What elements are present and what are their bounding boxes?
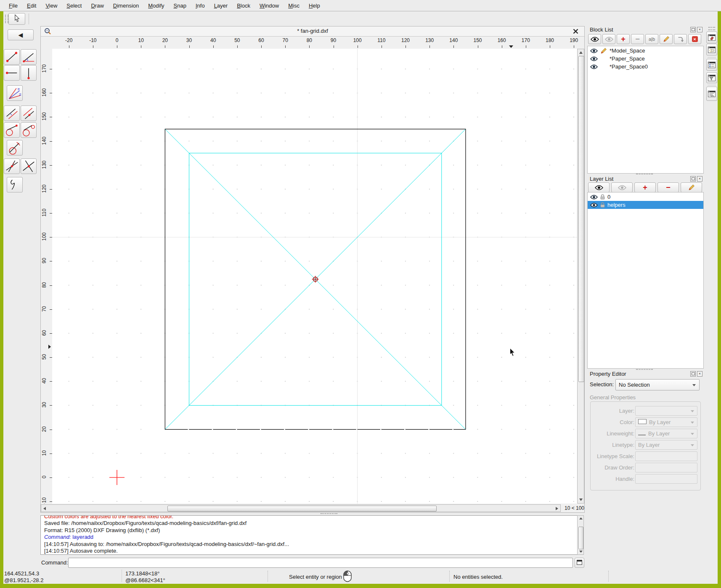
toggle-selection-filter-panel[interactable]	[706, 72, 717, 83]
menu-window[interactable]: Window	[255, 0, 284, 11]
lock-icon[interactable]	[600, 194, 605, 200]
scroll-left-icon[interactable]	[43, 507, 46, 510]
tool-angle-bisector[interactable]: ==	[7, 85, 23, 101]
menu-file[interactable]: File	[4, 0, 22, 11]
float-panel-button[interactable]	[690, 176, 696, 182]
command-history[interactable]: Custom colors are adjusted to the neares…	[40, 515, 584, 555]
visibility-eye-icon[interactable]	[590, 64, 598, 69]
log-scroll-up-icon[interactable]	[579, 517, 583, 519]
visibility-eye-icon[interactable]	[590, 48, 598, 53]
command-history-toggle-button[interactable]	[575, 558, 584, 568]
menu-dimension[interactable]: Dimension	[109, 0, 143, 11]
close-panel-button[interactable]: ×	[697, 176, 702, 182]
log-vertical-scrollbar[interactable]	[577, 515, 584, 555]
visibility-eye-icon[interactable]	[590, 203, 598, 208]
property-input[interactable]	[635, 474, 697, 484]
drawing-canvas[interactable]	[52, 49, 577, 504]
visibility-eye-icon[interactable]	[590, 195, 598, 200]
selection-combobox[interactable]: No Selection	[615, 379, 700, 390]
insert-block-arrow[interactable]	[674, 34, 687, 44]
tool-tangent-from-point-to-circle[interactable]	[4, 122, 20, 138]
menu-modify[interactable]: Modify	[143, 0, 169, 11]
menu-edit[interactable]: Edit	[22, 0, 41, 11]
tool-tangent-between-two-circles[interactable]	[21, 122, 37, 138]
property-combobox[interactable]	[635, 406, 697, 416]
visibility-eye-icon[interactable]	[590, 56, 598, 61]
block-list[interactable]: *Model_Space*Paper_Space*Paper_Space0	[587, 46, 704, 174]
log-line: Command: layeradd	[44, 534, 583, 541]
menu-draw[interactable]: Draw	[86, 0, 108, 11]
canvas-horizontal-scrollbar[interactable]	[41, 504, 561, 512]
remove-layer-minus[interactable]: −	[657, 182, 679, 192]
menu-block[interactable]: Block	[232, 0, 255, 11]
show-all-blocks-eye[interactable]	[588, 34, 601, 44]
menu-select[interactable]: Select	[62, 0, 86, 11]
property-combobox[interactable]: By Layer	[635, 429, 697, 438]
property-combobox[interactable]: By Layer	[635, 417, 697, 427]
vruler-label: 40	[41, 372, 47, 389]
hide-all-blocks-eye[interactable]	[602, 34, 615, 44]
command-input[interactable]	[68, 558, 573, 568]
tool-parallel-line-through-point[interactable]	[21, 105, 37, 121]
layer-row[interactable]: 0	[588, 193, 703, 201]
block-list-panel: Block List × +−a|b× *Model_Space*Paper_S…	[587, 26, 704, 174]
show-all-layers-eye[interactable]	[588, 182, 610, 192]
menu-help[interactable]: Help	[304, 0, 325, 11]
menu-view[interactable]: View	[41, 0, 62, 11]
property-input[interactable]	[635, 451, 697, 461]
edit-layer-pencil[interactable]	[681, 182, 702, 192]
tool-parallel-line-with-distance[interactable]	[4, 105, 20, 121]
hruler-tick	[502, 45, 502, 48]
menu-info[interactable]: Info	[191, 0, 209, 11]
close-panel-button[interactable]: ×	[697, 27, 702, 32]
tool-orthogonal-tangent[interactable]	[7, 140, 23, 156]
add-layer-plus[interactable]: +	[634, 182, 656, 192]
block-row[interactable]: *Paper_Space0	[588, 63, 703, 71]
back-button[interactable]: ◀	[8, 29, 34, 40]
close-drawing-button[interactable]	[573, 29, 578, 35]
log-scroll-down-icon[interactable]	[579, 551, 583, 553]
right-strip-grip[interactable]	[708, 27, 715, 30]
scroll-right-icon[interactable]	[556, 507, 558, 510]
property-input[interactable]	[635, 463, 697, 472]
tool-horizontal-line[interactable]	[4, 65, 20, 81]
edit-block-pencil[interactable]	[660, 34, 673, 44]
drawing-window-titlebar[interactable]: * fan-grid.dxf	[41, 26, 584, 37]
tool-orthogonal-line[interactable]	[21, 158, 37, 174]
hruler-label: 110	[377, 37, 385, 43]
close-panel-button[interactable]: ×	[697, 371, 702, 377]
add-block-plus[interactable]: +	[617, 34, 630, 44]
float-panel-button[interactable]	[690, 27, 696, 32]
purge-unused-blocks-x[interactable]: ×	[688, 34, 701, 44]
float-panel-button[interactable]	[690, 371, 696, 377]
tool-line-from-angle[interactable]	[21, 49, 37, 65]
select-tool-button[interactable]	[8, 13, 25, 25]
toggle-library-browser-panel[interactable]	[706, 44, 717, 55]
property-combobox[interactable]: By Layer	[635, 440, 697, 450]
layer-list[interactable]: 0helpers	[587, 192, 704, 369]
menu-snap[interactable]: Snap	[169, 0, 191, 11]
hide-all-layers-eye[interactable]	[611, 182, 633, 192]
horizontal-scroll-thumb[interactable]	[167, 506, 437, 512]
canvas-vertical-scrollbar[interactable]	[577, 49, 584, 504]
tool-line-from-two-points[interactable]	[4, 49, 20, 65]
rename-block-ab[interactable]: a|b	[645, 34, 658, 44]
block-row[interactable]: *Paper_Space	[588, 55, 703, 63]
scroll-down-icon[interactable]	[579, 498, 583, 501]
scroll-up-icon[interactable]	[579, 51, 583, 54]
toggle-block-list-panel[interactable]	[706, 32, 717, 43]
remove-block-minus[interactable]: −	[631, 34, 644, 44]
layer-row[interactable]: helpers	[588, 201, 703, 209]
tool-line-at-relative-angle[interactable]	[4, 158, 20, 174]
lock-icon[interactable]	[600, 202, 605, 208]
menu-misc[interactable]: Misc	[284, 0, 304, 11]
tool-freehand-line[interactable]	[7, 177, 23, 192]
log-scroll-thumb[interactable]	[578, 527, 583, 549]
toggle-layer-list-panel[interactable]	[706, 59, 717, 71]
tool-vertical-line[interactable]	[21, 65, 37, 81]
vertical-scroll-thumb[interactable]	[578, 56, 584, 382]
toolbar-grip[interactable]	[5, 15, 8, 23]
menu-layer[interactable]: Layer	[209, 0, 233, 11]
block-row[interactable]: *Model_Space	[588, 47, 703, 55]
toggle-command-line-panel[interactable]	[706, 87, 717, 101]
